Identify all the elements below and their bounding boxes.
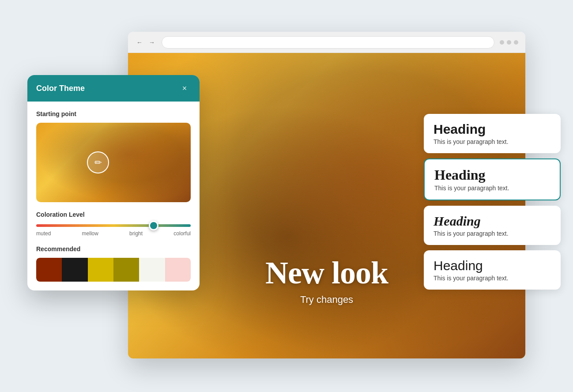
swatch-white[interactable] [139, 258, 165, 282]
font-card-3-heading: Heading [434, 214, 551, 228]
slider-labels: muted mellow bright colorful [36, 230, 191, 237]
font-card-1[interactable]: Heading This is your paragraph text. [424, 114, 561, 153]
url-bar[interactable] [162, 36, 494, 49]
back-arrow-icon[interactable]: ← [135, 38, 144, 47]
swatch-olive[interactable] [113, 258, 139, 282]
font-card-2[interactable]: Heading This is your paragraph text. [424, 158, 561, 200]
edit-image-button[interactable]: ✏ [87, 151, 109, 173]
dot-1 [500, 40, 504, 45]
panel-header: Color Theme × [27, 75, 200, 102]
browser-nav: ← → [135, 38, 156, 47]
coloration-level-label: Coloration Level [36, 211, 191, 218]
font-card-3[interactable]: Heading This is your paragraph text. [424, 206, 561, 245]
swatch-yellow[interactable] [88, 258, 113, 282]
starting-point-image-overlay [36, 123, 191, 202]
font-card-3-body: This is your paragraph text. [434, 230, 551, 237]
panel-body: Starting point ✏ Coloration Level muted … [27, 102, 200, 290]
slider-label-colorful: colorful [173, 230, 191, 237]
pencil-icon: ✏ [94, 157, 102, 168]
font-card-2-heading: Heading [434, 167, 550, 183]
font-card-1-heading: Heading [434, 122, 551, 136]
color-swatches [36, 258, 191, 282]
color-theme-panel: Color Theme × Starting point ✏ Coloratio… [27, 75, 200, 290]
hero-subtitle: Try changes [265, 294, 388, 305]
font-card-1-body: This is your paragraph text. [434, 138, 551, 145]
starting-point-image[interactable]: ✏ [36, 123, 191, 202]
panel-title: Color Theme [36, 84, 85, 93]
browser-toolbar: ← → [128, 32, 525, 53]
font-card-2-body: This is your paragraph text. [434, 185, 550, 192]
dot-3 [514, 40, 518, 45]
slider-track [36, 224, 191, 227]
slider-label-bright: bright [129, 230, 143, 237]
dot-2 [507, 40, 511, 45]
swatch-pink[interactable] [165, 258, 191, 282]
font-card-4-body: This is your paragraph text. [434, 275, 551, 282]
close-button[interactable]: × [178, 82, 191, 94]
hero-title: New look [265, 257, 388, 289]
recommended-section: Recommended [36, 245, 191, 282]
swatch-pair-3[interactable] [139, 258, 191, 282]
hero-text: New look Try changes [265, 257, 388, 305]
starting-point-label: Starting point [36, 110, 191, 117]
swatch-pair-1[interactable] [36, 258, 88, 282]
swatch-pair-2[interactable] [88, 258, 139, 282]
coloration-slider-container [36, 224, 191, 227]
browser-dots [500, 40, 518, 45]
slider-thumb[interactable] [149, 221, 158, 230]
font-card-4-heading: Heading [434, 258, 551, 273]
swatch-black[interactable] [62, 258, 87, 282]
swatch-brown[interactable] [36, 258, 62, 282]
font-cards: Heading This is your paragraph text. Hea… [424, 114, 561, 290]
slider-label-muted: muted [36, 230, 51, 237]
slider-label-mellow: mellow [82, 230, 98, 237]
forward-arrow-icon[interactable]: → [147, 38, 156, 47]
font-card-4[interactable]: Heading This is your paragraph text. [424, 250, 561, 290]
recommended-label: Recommended [36, 245, 191, 253]
coloration-section: Coloration Level muted mellow bright col… [36, 211, 191, 237]
